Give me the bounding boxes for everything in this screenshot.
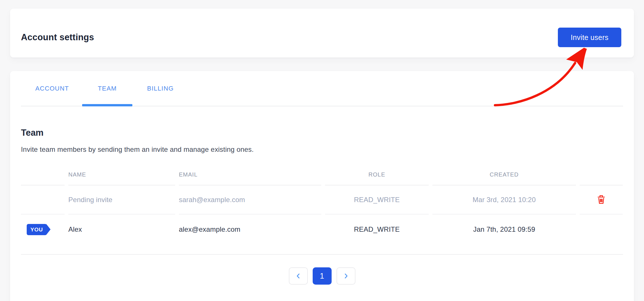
tab-team[interactable]: TEAM: [82, 71, 132, 106]
actions-cell: [580, 185, 623, 214]
badge-cell: [21, 185, 65, 214]
role-cell: READ_WRITE: [325, 185, 429, 214]
you-badge: YOU: [27, 224, 47, 235]
column-badge: [21, 162, 65, 185]
delete-invite-button[interactable]: [596, 193, 607, 206]
created-cell: Jan 7th, 2021 09:59: [432, 214, 576, 254]
table-row-pending-invite: Pending invite sarah@example.com READ_WR…: [21, 185, 623, 214]
column-role: ROLE: [325, 162, 429, 185]
role-cell: READ_WRITE: [325, 214, 429, 254]
chevron-left-icon: [295, 272, 302, 280]
name-cell: Pending invite: [68, 185, 175, 214]
previous-page-button[interactable]: [289, 267, 308, 285]
table-header-row: NAME EMAIL ROLE CREATED: [21, 162, 623, 185]
pagination: 1: [21, 267, 623, 285]
invite-users-button[interactable]: Invite users: [558, 28, 621, 47]
column-created: CREATED: [432, 162, 576, 185]
next-page-button[interactable]: [336, 267, 355, 285]
page-1-button[interactable]: 1: [313, 267, 332, 285]
tab-bar: ACCOUNT TEAM BILLING: [21, 71, 623, 106]
chevron-right-icon: [342, 272, 350, 280]
trash-icon: [597, 195, 606, 204]
table-row-alex: YOU Alex alex@example.com READ_WRITE Jan…: [21, 214, 623, 254]
page-title: Account settings: [21, 32, 94, 43]
column-actions: [580, 162, 623, 185]
actions-cell: [580, 214, 623, 254]
team-table: NAME EMAIL ROLE CREATED Pending invite s…: [21, 162, 623, 255]
team-section-heading: Team: [21, 128, 623, 138]
team-section-description: Invite team members by sending them an i…: [21, 145, 623, 154]
tab-billing[interactable]: BILLING: [135, 71, 185, 106]
email-cell: alex@example.com: [179, 214, 321, 254]
header-card: Account settings Invite users: [10, 9, 634, 57]
column-name: NAME: [68, 162, 175, 185]
badge-cell: YOU: [21, 214, 65, 254]
column-email: EMAIL: [179, 162, 321, 185]
email-cell: sarah@example.com: [179, 185, 321, 214]
settings-card: ACCOUNT TEAM BILLING Team Invite team me…: [10, 71, 634, 301]
created-cell: Mar 3rd, 2021 10:20: [432, 185, 576, 214]
tab-account[interactable]: ACCOUNT: [25, 71, 79, 106]
name-cell: Alex: [68, 214, 175, 254]
